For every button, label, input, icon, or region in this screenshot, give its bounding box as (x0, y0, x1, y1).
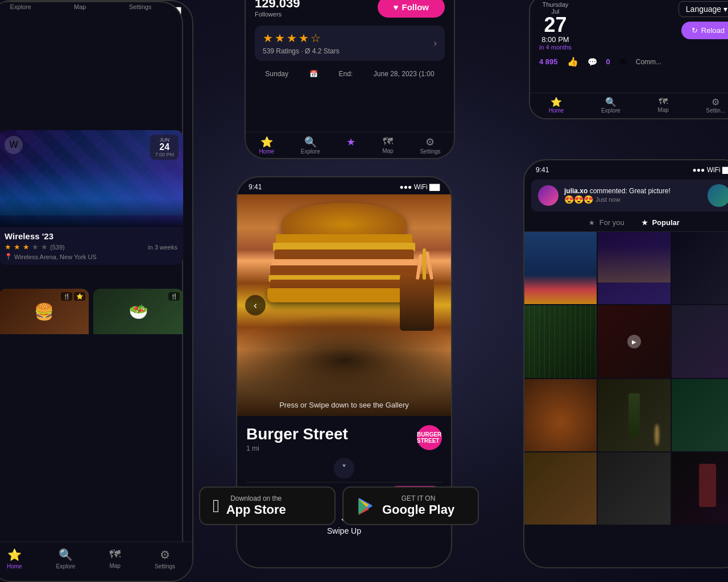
photo-2-night-city[interactable] (598, 232, 670, 304)
pct-nav-map[interactable]: 🗺 Map (382, 136, 393, 155)
fork-icon: 🍴 (61, 292, 72, 301)
photo-10-fries[interactable] (524, 452, 597, 525)
photo-7-food[interactable] (524, 379, 597, 451)
prb-comment-time: Just now (595, 196, 620, 203)
prb-right-avatar (708, 184, 728, 207)
event-stars-row: ★ ★ ★ ★ ★ (539) in 3 weeks (5, 243, 177, 251)
pct-calendar-icon: 📅 (309, 70, 318, 78)
event-when: in 3 weeks (148, 244, 177, 251)
prb-comment-emojis: 😍😍😍 (564, 195, 593, 204)
prt-nav-home[interactable]: ⭐ Home (549, 97, 564, 114)
pct-chevron-icon: › (434, 38, 437, 48)
photo-4-outdoor[interactable] (524, 305, 597, 377)
pct-stars: ★ ★ ★ ★ ☆ (263, 31, 340, 45)
food-bg (524, 379, 597, 451)
prt-map-icon: 🗺 (657, 97, 668, 107)
pct-nav-explore[interactable]: 🔍 Explore (301, 136, 320, 155)
play-icon[interactable]: ▶ (627, 335, 641, 348)
pct-star-2: ★ (275, 31, 285, 45)
star-5: ★ (41, 243, 48, 251)
pcm-rest-name: Burger Street (246, 425, 348, 443)
nav-home[interactable]: ⭐ Home (7, 548, 22, 569)
left-phone-bottom-nav: ⭐ Home 🔍 Explore 🗺 Map ⚙ Settings (0, 542, 192, 581)
photo-3-dark-interior[interactable] (672, 232, 728, 304)
pct-star-nav-icon: ★ (346, 136, 355, 148)
event-rating-count: (539) (50, 244, 65, 251)
settings-icon: ⚙ (160, 548, 170, 562)
prt-comment-label: Comm... (636, 58, 661, 66)
pct-map-icon: 🗺 (382, 136, 393, 148)
don-greko-icons: 🍴 (168, 292, 180, 301)
prt-comments: 0 (606, 57, 610, 66)
nav-map[interactable]: 🗺 Map (109, 548, 121, 569)
star-4: ★ (32, 243, 39, 251)
event-card-wireless[interactable]: W Jun 24 7:00 PM Wireless '23 ★ ★ ★ ★ ★ … (0, 130, 183, 265)
prb-tab-popular[interactable]: ★ Popular (642, 218, 680, 227)
store-buttons:  Download on the App Store GET IT ON Go… (199, 487, 479, 525)
prt-content: Thursday Jul 27 8:00 PM in 4 months Lang… (530, 0, 728, 73)
photo-9-cocktail[interactable] (672, 379, 728, 451)
burger-street-icons: 🍴 ⭐ (61, 292, 85, 301)
prt-nav-settings[interactable]: ⚙ Settin... (706, 97, 725, 114)
prb-comment-text: julia.xo commented: Great picture! (564, 187, 671, 195)
pcm-restaurant-info: Burger Street 1 mi BURGER STREET ˅ 144.4… (237, 416, 451, 544)
language-selector[interactable]: Language ▾ (679, 1, 728, 17)
event-name: Wireless '23 (5, 231, 177, 241)
pcm-status-bar: 9:41 ●●● WiFi ▇▇ (237, 177, 451, 194)
explore-icon: 🔍 (59, 548, 73, 562)
nav-settings[interactable]: ⚙ Settings (155, 548, 175, 569)
pct-follow-button[interactable]: ♥ Follow (378, 0, 445, 18)
prt-settings-icon: ⚙ (706, 97, 725, 107)
pct-settings-icon: ⚙ (420, 136, 440, 148)
city-lights (598, 246, 670, 282)
prt-date-display: Jul 27 8:00 PM in 4 months (539, 8, 572, 51)
fork-icon-2: 🍴 (168, 292, 180, 301)
pct-star-3: ★ (287, 31, 297, 45)
photo-11-restaurant[interactable] (598, 452, 670, 525)
prt-day-label: Thursday (539, 1, 572, 8)
prt-nav-explore[interactable]: 🔍 Explore (601, 97, 621, 114)
pct-followers-label: Followers (255, 11, 300, 18)
pcm-time: 9:41 (249, 183, 262, 191)
prt-home-icon: ⭐ (549, 97, 564, 107)
pct-end-date: June 28, 2023 (1:00 (374, 70, 435, 78)
photo-8-bottle[interactable] (598, 379, 670, 451)
event-info: Wireless '23 ★ ★ ★ ★ ★ (539) in 3 weeks … (0, 227, 183, 265)
pct-nav-star[interactable]: ★ (346, 136, 355, 155)
prt-nav-map[interactable]: 🗺 Map (657, 97, 668, 114)
burger-image: ‹ Press or Swipe down to see the Gallery (237, 194, 451, 416)
pct-nav-settings[interactable]: ⚙ Settings (420, 136, 440, 155)
thumb-icon: 👍 (567, 56, 578, 67)
prt-event-time: 8:00 PM (539, 35, 572, 44)
photo-12-drink[interactable] (672, 452, 728, 525)
pct-follow-row: 129.039 Followers ♥ Follow (246, 0, 454, 21)
reload-button[interactable]: ↻ Reload (681, 22, 728, 39)
swipe-up-text: Swipe Up (246, 526, 442, 535)
send-icon: ✉ (619, 56, 627, 67)
prb-tab-for-you[interactable]: ★ For you (589, 218, 624, 227)
prb-photo-grid: ▶ (524, 232, 728, 525)
photo-1-sunset-city[interactable] (524, 232, 597, 304)
pcm-expand-button[interactable]: ˅ (334, 458, 354, 479)
nav-explore-bottom[interactable]: 🔍 Explore (56, 548, 75, 569)
photo-6-dark-bar[interactable] (672, 305, 728, 377)
sunset-glow (524, 275, 597, 304)
dark-bar-bg (672, 305, 728, 377)
heart-icon: ♥ (394, 2, 399, 12)
dark-bg (672, 232, 728, 304)
google-play-button[interactable]: GET IT ON Google Play (342, 487, 479, 525)
pct-nav-home[interactable]: ⭐ Home (259, 136, 274, 155)
prt-date-row: Thursday Jul 27 8:00 PM in 4 months Lang… (539, 1, 728, 51)
pct-stars-row[interactable]: ★ ★ ★ ★ ☆ 539 Ratings · Ø 4.2 Stars › (255, 26, 445, 61)
apple-store-button[interactable]:  Download on the App Store (199, 487, 336, 525)
map-icon: 🗺 (109, 548, 121, 561)
pct-explore-icon: 🔍 (301, 136, 320, 148)
event-venue-badge: W (5, 136, 23, 154)
pcm-restaurant-logo: BURGER STREET (417, 425, 442, 450)
pcm-back-button[interactable]: ‹ (245, 295, 266, 315)
pcm-status-icons: ●●● WiFi ▇▇ (400, 183, 440, 191)
prb-time: 9:41 (536, 166, 549, 174)
prt-stats-row: 4 895 👍 💬 0 ✉ Comm... (539, 56, 728, 67)
photo-5-bar-scene[interactable]: ▶ (598, 305, 670, 377)
pcm-swipe-hint: Press or Swipe down to see the Gallery (279, 401, 409, 409)
